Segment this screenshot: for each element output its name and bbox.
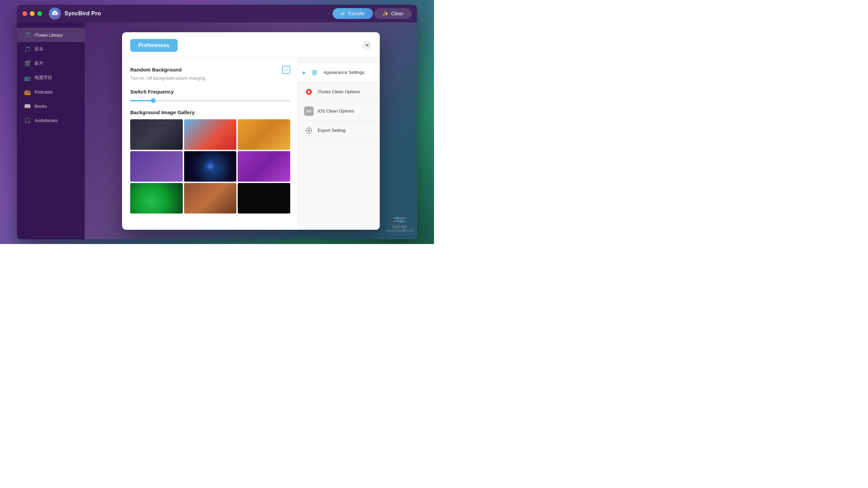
title-bar-buttons: ⇄ Transfer ✨ Clean [333,8,412,19]
sidebar-label-books: Books [35,104,47,109]
tv-shows-icon: 📺 [24,74,31,81]
app-title: SyncBird Pro [64,10,101,17]
frequency-slider-fill [130,100,154,101]
random-background-desc: Turn on / off background picture changin… [130,76,290,81]
itunes-library-icon: 🎵 [24,31,31,39]
switch-frequency-label: Switch Frequency [130,89,290,95]
sidebar-label-audiobooks: Audiobooks [35,118,58,123]
gallery-image-colorful-mountain[interactable] [184,119,237,150]
title-bar: SyncBird Pro ⇄ Transfer ✨ Clean [17,5,417,22]
sidebar-item-audiobooks[interactable]: 🎧 Audiobooks [17,113,85,127]
clean-button[interactable]: ✨ Clean [374,8,412,19]
maximize-button[interactable] [37,11,42,16]
modal-right-panel: ▶ [298,58,380,230]
gallery-image-purple-solid[interactable] [238,151,290,182]
svg-point-5 [313,73,315,75]
clean-icon: ✨ [382,11,388,16]
sidebar: 🎵 iTunes Library 🎵 音乐 🎬 影片 📺 电视节目 📻 Podc… [17,22,85,239]
ios-clean-icon: iOS [304,106,314,116]
ios-clean-options-label: iOS Clean Options [318,108,354,114]
svg-point-9 [308,129,310,131]
modal-close-button[interactable]: ✕ [362,41,372,50]
appearance-settings-item[interactable]: ▶ [299,63,380,82]
transfer-button[interactable]: ⇄ Transfer [333,8,373,19]
random-background-section: Random Background ✓ Turn on / off backgr… [130,66,290,81]
transfer-icon: ⇄ [341,11,345,16]
gallery-image-green-nebula[interactable] [130,183,183,214]
sidebar-label-podcasts: Podcasts [35,89,53,95]
gallery-image-black[interactable] [238,183,290,214]
sidebar-item-podcasts[interactable]: 📻 Podcasts [17,85,85,99]
right-area: Settings www.MacW.com Preferences ✕ [85,22,417,239]
appearance-settings-icon [310,68,319,77]
main-content: 🎵 iTunes Library 🎵 音乐 🎬 影片 📺 电视节目 📻 Podc… [17,22,417,239]
random-background-row: Random Background ✓ [130,66,290,74]
sidebar-label-itunes-library: iTunes Library [35,33,62,38]
frequency-slider-track[interactable] [130,100,290,101]
itunes-clean-options-item[interactable]: iTunes Clean Options [299,82,380,102]
appearance-settings-label: Appearance Settings [323,70,364,75]
switch-frequency-section: Switch Frequency [130,89,290,101]
preferences-button[interactable]: Preferences [130,39,178,52]
itunes-clean-icon [304,87,314,97]
close-icon: ✕ [365,42,369,48]
gallery-image-brown-grad[interactable] [184,183,237,214]
export-setting-icon [304,126,314,135]
app-window: SyncBird Pro ⇄ Transfer ✨ Clean 🎵 iTunes… [17,5,417,239]
gallery-image-purple-grad[interactable] [130,151,183,182]
gallery-image-dark-blue-glow[interactable] [184,151,237,182]
sidebar-label-music: 音乐 [35,46,43,52]
export-setting-item[interactable]: Export Setting [299,121,380,140]
random-background-label: Random Background [130,67,182,73]
preferences-modal: Preferences ✕ Random Background [122,32,380,230]
random-background-checkbox[interactable]: ✓ [282,66,290,74]
ios-clean-options-item[interactable]: iOS iOS Clean Options [299,102,380,121]
modal-left-panel: Random Background ✓ Turn on / off backgr… [122,58,298,230]
image-gallery [130,119,290,214]
books-icon: 📖 [24,102,31,110]
gallery-image-orange[interactable] [238,119,290,150]
podcasts-icon: 📻 [24,88,31,96]
sidebar-label-movies: 影片 [35,60,43,66]
music-icon: 🎵 [24,45,31,53]
app-logo: SyncBird Pro [49,7,101,20]
app-logo-icon [49,7,61,20]
transfer-label: Transfer [348,11,365,16]
svg-point-3 [313,70,315,72]
minimize-button[interactable] [30,11,35,16]
sidebar-item-tv-shows[interactable]: 📺 电视节目 [17,70,85,85]
sidebar-item-books[interactable]: 📖 Books [17,99,85,113]
export-setting-label: Export Setting [318,128,346,133]
audiobooks-icon: 🎧 [24,117,31,124]
gallery-section: Background Image Gallery [130,109,290,214]
modal-body: Random Background ✓ Turn on / off backgr… [122,58,380,230]
frequency-slider-thumb[interactable] [151,98,156,103]
sidebar-label-tv-shows: 电视节目 [35,75,52,81]
clean-label: Clean [391,11,403,16]
sidebar-item-movies[interactable]: 🎬 影片 [17,56,85,70]
appearance-expand-arrow: ▶ [303,70,306,75]
gallery-label: Background Image Gallery [130,109,290,115]
traffic-lights [22,11,42,16]
modal-overlay: Preferences ✕ Random Background [85,22,417,239]
gallery-image-dark-geo[interactable] [130,119,183,150]
sidebar-item-itunes-library[interactable]: 🎵 iTunes Library [17,28,85,42]
close-button[interactable] [22,11,27,16]
itunes-clean-options-label: iTunes Clean Options [318,89,360,94]
movies-icon: 🎬 [24,60,31,67]
modal-header: Preferences ✕ [122,32,380,58]
svg-point-4 [315,72,317,73]
sidebar-item-music[interactable]: 🎵 音乐 [17,42,85,56]
